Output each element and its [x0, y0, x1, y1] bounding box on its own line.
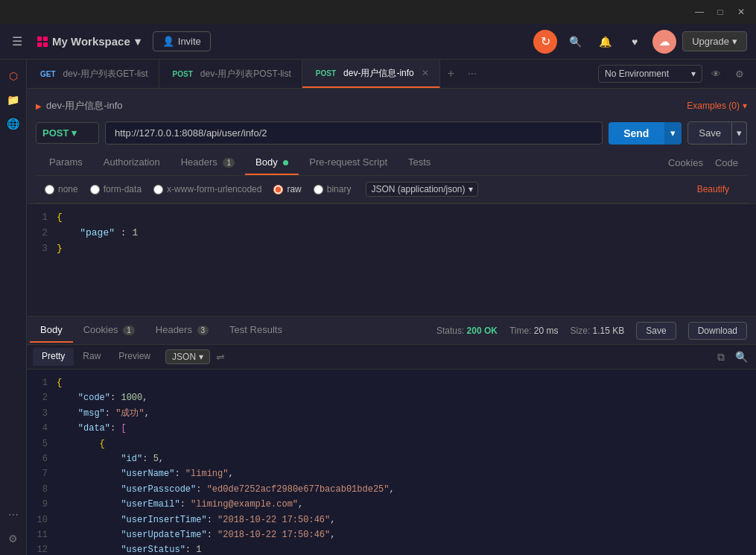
tab-name-label: dev-用户列表POST-list — [200, 68, 291, 80]
tab-close-icon[interactable]: ✕ — [422, 68, 429, 78]
topbar-right: ↻ 🔍 🔔 ♥ ☁ Upgrade ▾ — [533, 30, 747, 54]
resp-line-6: 6 "id": 5, — [36, 451, 747, 466]
resp-tab-cookies[interactable]: Cookies 1 — [73, 318, 145, 343]
invite-icon: 👤 — [162, 36, 174, 47]
req-tab-body[interactable]: Body — [245, 150, 299, 175]
resp-line-4: 4 "data": [ — [36, 421, 747, 436]
content-area: GET dev-用户列表GET-list POST dev-用户列表POST-l… — [27, 60, 756, 555]
sidebar-item-api[interactable]: ⬡ — [3, 66, 24, 86]
cookies-link[interactable]: Cookies — [665, 154, 706, 171]
beautify-button[interactable]: Beautify — [697, 184, 738, 194]
resp-line-11: 11 "userUpdateTime": "2018-10-22 17:50:4… — [36, 527, 747, 542]
resp-line-10: 10 "userInsertTime": "2018-10-22 17:50:4… — [36, 513, 747, 527]
wrap-icon[interactable]: ⇌ — [216, 351, 225, 363]
environment-select[interactable]: No Environment ▾ — [598, 65, 702, 83]
code-link[interactable]: Code — [712, 154, 741, 171]
body-opt-none[interactable]: none — [45, 184, 78, 194]
env-arrow-icon: ▾ — [691, 69, 696, 79]
tab-method-label: POST — [313, 69, 339, 78]
response-area: Body Cookies 1 Headers 3 Test Results St… — [27, 316, 756, 555]
workspace-grid-icon — [37, 37, 48, 47]
url-input[interactable] — [105, 121, 603, 145]
env-label: No Environment — [605, 69, 669, 79]
notification-icon[interactable]: 🔔 — [593, 30, 617, 54]
code-line-2: 2 "page" : 1 — [36, 226, 747, 241]
resp-line-5: 5 { — [36, 437, 747, 451]
sidebar-item-more[interactable]: ⋯ — [3, 504, 24, 525]
refresh-icon[interactable]: ↻ — [533, 30, 557, 54]
fmt-tab-preview[interactable]: Preview — [109, 348, 159, 366]
tab-more-button[interactable]: ⋯ — [462, 60, 483, 88]
copy-icon[interactable]: ⧉ — [715, 349, 727, 366]
save-button[interactable]: Save — [687, 121, 732, 145]
resp-line-2: 2 "code": 1000, — [36, 390, 747, 405]
fmt-tab-pretty[interactable]: Pretty — [33, 348, 74, 366]
tab-name-label: dev-用户信息-info — [343, 67, 414, 80]
topbar-left: ☰ My Workspace ▾ 👤 Invite — [9, 31, 527, 51]
resp-line-9: 9 "userEmail": "liming@example.com", — [36, 497, 747, 512]
tab-post-list[interactable]: POST dev-用户列表POST-list — [159, 60, 302, 88]
req-tab-prerequest[interactable]: Pre-request Script — [299, 150, 398, 175]
settings-icon[interactable]: ⚙ — [729, 63, 750, 84]
method-label: POST — [42, 127, 69, 139]
json-type-select[interactable]: JSON (application/json) ▾ — [366, 182, 477, 197]
eye-icon[interactable]: 👁 — [705, 63, 726, 84]
fmt-tab-raw[interactable]: Raw — [74, 348, 109, 366]
resp-tab-headers[interactable]: Headers 3 — [145, 318, 219, 343]
close-button[interactable]: ✕ — [732, 3, 750, 21]
resp-save-button[interactable]: Save — [636, 322, 676, 340]
tab-post-info[interactable]: POST dev-用户信息-info ✕ — [302, 60, 440, 88]
headers-resp-badge: 3 — [197, 326, 209, 335]
minimize-button[interactable]: — — [690, 3, 708, 21]
resp-line-12: 12 "userStatus": 1 — [36, 542, 747, 555]
invite-button[interactable]: 👤 Invite — [153, 31, 211, 51]
save-arrow-button[interactable]: ▾ — [732, 121, 747, 145]
body-opt-binary[interactable]: binary — [314, 184, 352, 194]
sidebar-item-collections[interactable]: 📁 — [3, 89, 24, 110]
search-icon[interactable]: 🔍 — [563, 30, 587, 54]
save-btn-group: Save ▾ — [687, 121, 747, 145]
req-tab-authorization[interactable]: Authorization — [93, 150, 171, 175]
send-arrow-button[interactable]: ▾ — [664, 122, 682, 145]
req-right-btns: Cookies Code — [665, 154, 744, 171]
response-body[interactable]: 1 { 2 "code": 1000, 3 "msg": "成功", 4 "da… — [27, 370, 756, 555]
hamburger-icon[interactable]: ☰ — [9, 31, 25, 51]
avatar[interactable]: ☁ — [652, 30, 676, 54]
examples-link[interactable]: Examples (0) ▾ — [687, 101, 747, 111]
sidebar-item-environments[interactable]: 🌐 — [3, 113, 24, 134]
resp-status: Status: 200 OK Time: 20 ms Size: 1.15 KB… — [436, 322, 753, 340]
body-options: none form-data x-www-form-urlencoded raw… — [36, 176, 747, 203]
req-tab-params[interactable]: Params — [39, 150, 93, 175]
code-editor[interactable]: 1 { 2 "page" : 1 3 } — [27, 204, 756, 316]
heart-icon[interactable]: ♥ — [623, 30, 647, 54]
send-button[interactable]: Send — [609, 122, 664, 145]
collection-arrow-icon: ▶ — [36, 102, 42, 110]
body-opt-formdata[interactable]: form-data — [90, 184, 142, 194]
body-opt-urlencoded[interactable]: x-www-form-urlencoded — [153, 184, 261, 194]
workspace-button[interactable]: My Workspace ▾ — [31, 32, 147, 51]
code-line-1: 1 { — [36, 210, 747, 226]
sidebar-item-settings[interactable]: ⚙ — [3, 528, 24, 549]
format-select[interactable]: JSON ▾ — [165, 349, 210, 364]
method-select[interactable]: POST ▾ — [36, 122, 99, 144]
body-opt-raw[interactable]: raw — [273, 184, 301, 194]
search-resp-icon[interactable]: 🔍 — [733, 349, 750, 365]
req-tab-headers[interactable]: Headers 1 — [171, 150, 245, 175]
headers-badge: 1 — [223, 158, 235, 168]
cookies-badge: 1 — [123, 326, 135, 335]
req-tab-tests[interactable]: Tests — [398, 150, 441, 175]
resp-line-1: 1 { — [36, 375, 747, 390]
body-dot — [283, 160, 288, 165]
maximize-button[interactable]: □ — [711, 3, 729, 21]
resp-tab-testresults[interactable]: Test Results — [219, 318, 293, 343]
collection-header: ▶ dev-用户信息-info Examples (0) ▾ — [36, 95, 747, 117]
upgrade-button[interactable]: Upgrade ▾ — [682, 31, 747, 51]
tab-add-button[interactable]: + — [440, 60, 462, 88]
workspace-label: My Workspace — [52, 35, 130, 48]
resp-download-button[interactable]: Download — [688, 322, 747, 340]
tab-get-list[interactable]: GET dev-用户列表GET-list — [27, 60, 159, 88]
resp-tab-body[interactable]: Body — [30, 318, 73, 343]
status-value: 200 OK — [467, 326, 498, 336]
request-area: ▶ dev-用户信息-info Examples (0) ▾ POST ▾ Se… — [27, 89, 756, 204]
tab-method-label: POST — [170, 69, 196, 79]
